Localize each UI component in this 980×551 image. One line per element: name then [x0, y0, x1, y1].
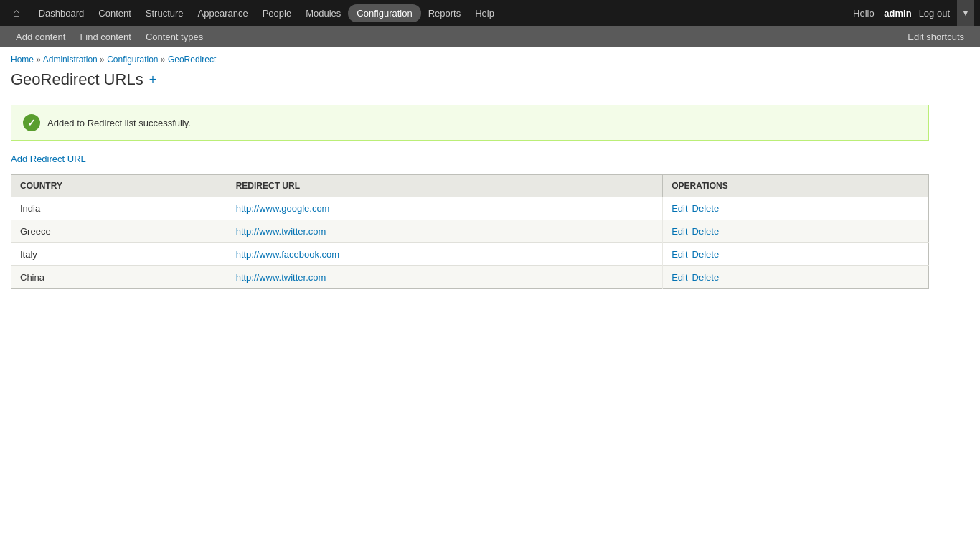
delete-link[interactable]: Delete [692, 226, 720, 237]
breadcrumb-georedirect[interactable]: GeoRedirect [168, 55, 216, 65]
cell-country: China [11, 266, 227, 289]
delete-link[interactable]: Delete [692, 272, 720, 283]
cell-redirect-url: http://www.twitter.com [227, 220, 663, 243]
add-redirect-url-link[interactable]: Add Redirect URL [11, 154, 86, 164]
add-content-link[interactable]: Add content [9, 27, 72, 47]
success-text: Added to Redirect list successfully. [47, 118, 191, 128]
breadcrumb-sep1: » [36, 55, 41, 65]
edit-shortcuts-link[interactable]: Edit shortcuts [900, 27, 971, 47]
delete-link[interactable]: Delete [692, 203, 720, 214]
table-row: Greecehttp://www.twitter.comEditDelete [11, 220, 929, 243]
cell-redirect-url: http://www.twitter.com [227, 266, 663, 289]
secondary-navigation: Add content Find content Content types E… [0, 26, 980, 47]
redirect-url-link[interactable]: http://www.twitter.com [236, 272, 326, 283]
cell-operations: EditDelete [663, 220, 929, 243]
col-redirect-url: REDIRECT URL [227, 175, 663, 197]
edit-link[interactable]: Edit [672, 249, 687, 260]
cell-redirect-url: http://www.google.com [227, 197, 663, 220]
redirect-url-link[interactable]: http://www.twitter.com [236, 226, 326, 237]
table-row: Italyhttp://www.facebook.comEditDelete [11, 243, 929, 266]
home-icon[interactable]: ⌂ [6, 1, 27, 25]
redirect-url-link[interactable]: http://www.facebook.com [236, 249, 340, 260]
redirect-url-link[interactable]: http://www.google.com [236, 203, 330, 214]
cell-country: India [11, 197, 227, 220]
nav-help[interactable]: Help [468, 2, 501, 24]
cell-redirect-url: http://www.facebook.com [227, 243, 663, 266]
page-title-area: GeoRedirect URLs + [0, 67, 980, 98]
add-georedirect-icon[interactable]: + [149, 72, 157, 88]
breadcrumb-home[interactable]: Home [11, 55, 34, 65]
table-header-row: COUNTRY REDIRECT URL OPERATIONS [11, 175, 929, 197]
col-country: COUNTRY [11, 175, 227, 197]
nav-people[interactable]: People [255, 2, 298, 24]
cell-country: Italy [11, 243, 227, 266]
cell-operations: EditDelete [663, 266, 929, 289]
logout-button[interactable]: Log out [912, 2, 957, 24]
edit-link[interactable]: Edit [672, 272, 687, 283]
nav-dropdown-arrow[interactable]: ▼ [957, 0, 974, 26]
nav-configuration[interactable]: Configuration [348, 4, 420, 22]
nav-reports[interactable]: Reports [421, 2, 468, 24]
find-content-link[interactable]: Find content [72, 27, 138, 47]
breadcrumb: Home » Administration » Configuration » … [0, 47, 980, 67]
edit-link[interactable]: Edit [672, 226, 687, 237]
success-icon [23, 114, 40, 131]
nav-modules[interactable]: Modules [298, 2, 348, 24]
main-content: Added to Redirect list successfully. Add… [0, 98, 980, 296]
page-title: GeoRedirect URLs [11, 70, 143, 89]
nav-dashboard[interactable]: Dashboard [32, 2, 92, 24]
hello-label: Hello [846, 2, 882, 24]
user-area: Hello admin Log out ▼ [846, 0, 974, 26]
nav-content[interactable]: Content [91, 2, 138, 24]
redirect-table: COUNTRY REDIRECT URL OPERATIONS Indiahtt… [11, 174, 929, 289]
cell-operations: EditDelete [663, 243, 929, 266]
table-row: Indiahttp://www.google.comEditDelete [11, 197, 929, 220]
edit-link[interactable]: Edit [672, 203, 687, 214]
breadcrumb-sep2: » [100, 55, 105, 65]
top-navigation: ⌂ Dashboard Content Structure Appearance… [0, 0, 980, 26]
col-operations: OPERATIONS [663, 175, 929, 197]
breadcrumb-administration[interactable]: Administration [43, 55, 98, 65]
nav-appearance[interactable]: Appearance [191, 2, 255, 24]
breadcrumb-sep3: » [161, 55, 166, 65]
delete-link[interactable]: Delete [692, 249, 720, 260]
nav-structure[interactable]: Structure [138, 2, 191, 24]
success-message-banner: Added to Redirect list successfully. [11, 105, 929, 141]
table-row: Chinahttp://www.twitter.comEditDelete [11, 266, 929, 289]
content-types-link[interactable]: Content types [138, 27, 210, 47]
breadcrumb-configuration[interactable]: Configuration [107, 55, 158, 65]
cell-country: Greece [11, 220, 227, 243]
cell-operations: EditDelete [663, 197, 929, 220]
username: admin [884, 8, 911, 19]
